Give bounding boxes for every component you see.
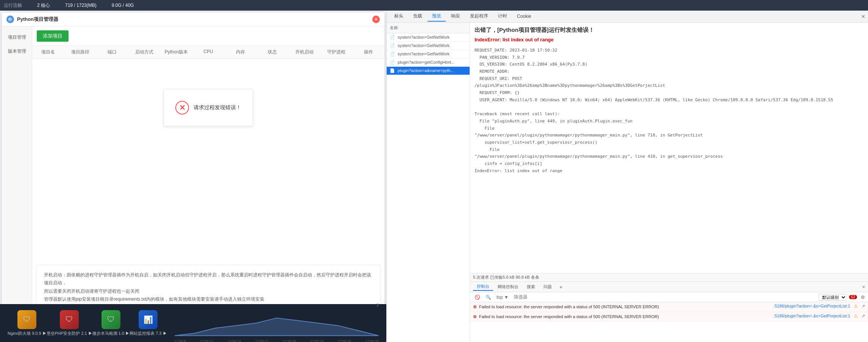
- response-error-details: REQUEST_DATE: 2023-01-18 17:50:32 PAN_VE…: [475, 47, 863, 174]
- error-circle-icon-1: ⊗: [473, 314, 477, 319]
- cpu-cores: 2 核心: [37, 2, 50, 9]
- plugin-trojan[interactable]: 🛡 微步木马检测 1.0 ▶: [92, 310, 130, 336]
- error-warn-icon-1[interactable]: ⚠: [854, 314, 858, 318]
- console-filter-btn[interactable]: 🔍: [484, 294, 493, 300]
- run-status: 运行流畅: [4, 2, 22, 9]
- pm-titlebar: P Python项目管理器 ×: [2, 13, 384, 27]
- memory-usage: 719 / 1723(MB): [65, 3, 97, 8]
- network-request-list: 名称 📄 system?action=GetNetWork 📄 system?a…: [387, 23, 470, 342]
- network-item-4[interactable]: 📄 plugin?action=a&name=pyth...: [387, 67, 470, 75]
- pm-body: 项目管理 版本管理 添加项目 项目名 项目路径 端口 启动方式 Python版本: [2, 27, 384, 340]
- info-line3: 管理器默认使用pip安装项目根目录requirements.txt内的模块，如有…: [44, 295, 373, 304]
- pm-toolbar: 添加项目: [32, 27, 384, 46]
- disk-usage: 9.0G / 40G: [112, 3, 134, 8]
- error-dialog-icon: ✕: [175, 101, 189, 115]
- pm-close-button[interactable]: ×: [372, 16, 380, 23]
- table-body-area: ✕ 请求过程发现错误！: [32, 59, 384, 265]
- timeline-labels: 17:50:8 17:50:11 17:50:14 17:50:17 17:50…: [175, 339, 379, 342]
- devtools-tab-preview[interactable]: 预览: [428, 11, 446, 22]
- top-dropdown[interactable]: top ▼: [495, 294, 510, 300]
- col-status: 状态: [256, 49, 289, 55]
- network-item-3[interactable]: 📄 plugin?action=getConfigHtml...: [387, 58, 470, 67]
- plugin-trojan-label: 微步木马检测 1.0 ▶: [92, 331, 130, 336]
- console-tab-search[interactable]: 搜索: [523, 283, 539, 290]
- error-external-icon-0[interactable]: ↗: [862, 304, 865, 309]
- error-link-1[interactable]: :5186/plugin?action=.&s=GetPorjectList:1: [774, 314, 850, 318]
- devtools-tab-response[interactable]: 响应: [446, 11, 465, 22]
- devtools-panel: 标头 负载 预览 响应 发起程序 计时 Cookie × 名称 📄 system…: [386, 11, 868, 342]
- console-tab-issues[interactable]: 问题: [540, 283, 556, 290]
- error-dialog-text: 请求过程发现错误！: [194, 104, 241, 111]
- monitor-icon: 📊: [139, 310, 158, 329]
- network-item-0[interactable]: 📄 system?action=GetNetWork: [387, 33, 470, 42]
- file-icon-0: 📄: [390, 35, 395, 39]
- sidebar-item-project[interactable]: 项目管理: [2, 30, 32, 44]
- devtools-tab-cookie[interactable]: Cookie: [512, 12, 535, 21]
- network-statusbar: 5 次请求 已传输5.6 kB 90.8 kB 各条: [470, 273, 868, 281]
- console-add-tab[interactable]: +: [559, 284, 562, 290]
- network-item-1[interactable]: 📄 system?action=GetNetWork: [387, 42, 470, 50]
- response-panel: 出错了，[Python项目管理器]运行时发生错误！ IndexError: li…: [470, 23, 868, 342]
- plugin-monitor[interactable]: 📊 网站监控报表 7.3 ▶: [130, 310, 167, 336]
- devtools-tab-initiator[interactable]: 发起程序: [465, 11, 493, 22]
- file-icon-1: 📄: [390, 43, 395, 48]
- devtools-tab-payload[interactable]: 负载: [409, 11, 427, 22]
- error-external-icon-1[interactable]: ↗: [862, 314, 865, 318]
- plugin-waf[interactable]: 🛡 Nginx防火墙 9.0.9 ▶: [8, 310, 47, 336]
- trojan-icon: 🛡: [101, 310, 120, 329]
- devtools-tab-headers[interactable]: 标头: [390, 11, 408, 22]
- main-layout: P Python项目管理器 × 项目管理 版本管理 添加项目: [0, 11, 868, 342]
- pm-window: P Python项目管理器 × 项目管理 版本管理 添加项目: [2, 13, 384, 340]
- console-error-count: 63: [849, 295, 857, 299]
- pm-table-header: 项目名 项目路径 端口 启动方式 Python版本 CPU 内存 状态 开机启动…: [32, 46, 384, 59]
- pm-title: Python项目管理器: [17, 16, 58, 23]
- col-autostart: 开机启动: [288, 49, 320, 55]
- console-filter-input-area[interactable]: 筛选器: [512, 293, 529, 301]
- file-icon-3: 📄: [390, 60, 395, 64]
- console-tab-network[interactable]: 网络控制台: [494, 283, 522, 290]
- console-clear-btn[interactable]: 🚫: [473, 294, 482, 300]
- left-panel: P Python项目管理器 × 项目管理 版本管理 添加项目: [0, 11, 386, 342]
- plugin-fort[interactable]: 🛡 堡垒PHP安全防护 2.1 ▶: [47, 310, 92, 336]
- network-status-text: 5 次请求 已传输5.6 kB 90.8 kB 各条: [473, 275, 539, 280]
- console-settings-icon[interactable]: ⚙: [861, 295, 865, 300]
- pm-logo: P: [6, 16, 14, 23]
- add-project-button[interactable]: 添加项目: [37, 30, 69, 42]
- file-icon-4: 📄: [390, 68, 395, 73]
- devtools-body: 名称 📄 system?action=GetNetWork 📄 system?a…: [387, 23, 868, 342]
- console-error-item-0: ⊗ Failed to load resource: the server re…: [470, 302, 868, 312]
- response-error-title: 出错了，[Python项目管理器]运行时发生错误！: [475, 27, 863, 34]
- chart-area: 2 17:50:8 17:50:11 17:50:14 17:50:17 17:…: [175, 303, 379, 342]
- pm-content: 添加项目 项目名 项目路径 端口 启动方式 Python版本 CPU 内存 状态…: [32, 27, 384, 340]
- console-panel: 控制台 网络控制台 搜索 问题 + × 🚫 🔍 top ▼ 筛选器 默认级别: [470, 281, 868, 342]
- col-path: 项目路径: [64, 49, 97, 55]
- bottom-plugins-area: 🛡 Nginx防火墙 9.0.9 ▶ 🛡 堡垒PHP安全防护 2.1 ▶ 🛡 微…: [0, 304, 386, 342]
- console-tab-console[interactable]: 控制台: [473, 283, 493, 291]
- col-mem: 内存: [224, 49, 256, 55]
- col-start: 启动方式: [128, 49, 161, 55]
- console-level-select[interactable]: 默认级别: [819, 294, 847, 301]
- network-item-2[interactable]: 📄 system?action=GetNetWork: [387, 50, 470, 58]
- network-list-header: 名称: [387, 23, 470, 33]
- plugin-monitor-label: 网站监控报表 7.3 ▶: [130, 331, 167, 336]
- error-overlay: ✕ 请求过程发现错误！: [32, 59, 384, 265]
- sidebar-item-version[interactable]: 版本管理: [2, 44, 32, 58]
- col-guard: 守护进程: [320, 49, 353, 55]
- devtools-tab-timing[interactable]: 计时: [493, 11, 512, 22]
- error-warn-icon-0[interactable]: ⚠: [854, 304, 858, 309]
- info-line1: 开机启动：因依赖的进程守护管理器插件为开机自启，如关闭开机启动但守护进程开启，那…: [44, 271, 373, 287]
- error-dialog: ✕ 请求过程发现错误！: [164, 89, 253, 126]
- error-link-0[interactable]: :5186/plugin?action=.&s=GetPorjectList:1: [774, 304, 850, 308]
- svg-text:P: P: [9, 17, 11, 21]
- console-tabs: 控制台 网络控制台 搜索 问题 + ×: [470, 282, 868, 292]
- top-bar: 运行流畅 2 核心 719 / 1723(MB) 9.0G / 40G: [0, 0, 868, 11]
- col-pyver: Python版本: [160, 49, 192, 55]
- pm-sidebar: 项目管理 版本管理: [2, 27, 32, 340]
- console-close-button[interactable]: ×: [862, 284, 865, 290]
- network-chart: [175, 308, 379, 338]
- devtools-panel-close[interactable]: ×: [862, 13, 865, 20]
- error-msg-0: Failed to load resource: the server resp…: [479, 304, 771, 310]
- plugin-fort-label: 堡垒PHP安全防护 2.1 ▶: [47, 331, 92, 336]
- col-cpu: CPU: [192, 49, 225, 55]
- plugin-waf-label: Nginx防火墙 9.0.9 ▶: [8, 331, 47, 336]
